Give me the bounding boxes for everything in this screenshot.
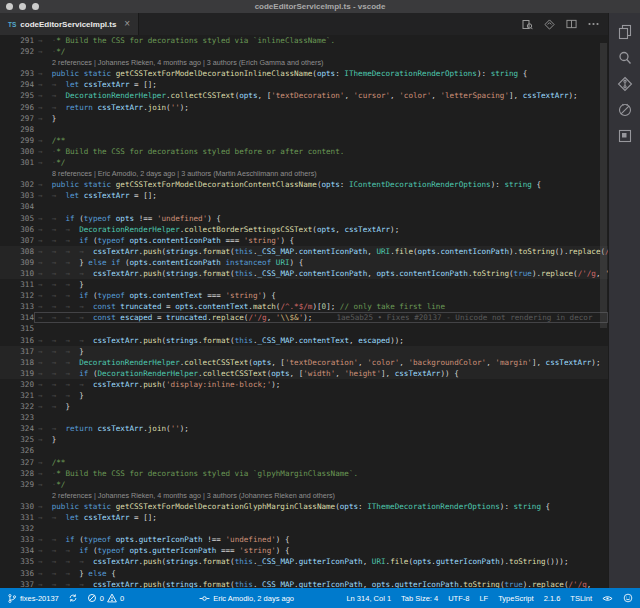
code-line[interactable]: 291→ ·* Build the CSS for decorations st…	[0, 35, 608, 46]
open-preview-button[interactable]	[522, 19, 533, 30]
code-line[interactable]: 315	[0, 323, 608, 334]
line-number[interactable]: 295	[0, 90, 34, 101]
code-line[interactable]: 330→ public static getCSSTextForModelDec…	[0, 501, 608, 512]
cursor-position[interactable]: Ln 314, Col 1	[346, 594, 391, 603]
line-number[interactable]: 329	[0, 479, 34, 490]
line-number[interactable]: 322	[0, 401, 34, 412]
code-line[interactable]: 292→ ·*/	[0, 46, 608, 57]
code-line[interactable]: 336→ → → } else {	[0, 568, 608, 579]
code-line[interactable]: 314→ → → → const escaped = truncated.rep…	[0, 312, 608, 323]
code-line[interactable]: 321→ → → }	[0, 390, 608, 401]
code-line[interactable]: 310→ → → → cssTextArr.push(strings.forma…	[0, 268, 608, 279]
code-line[interactable]: 335→ → → → cssTextArr.push(strings.forma…	[0, 556, 608, 567]
line-number[interactable]: 317	[0, 346, 34, 357]
line-number[interactable]: 309	[0, 257, 34, 268]
line-number[interactable]: 327	[0, 457, 34, 468]
line-number[interactable]: 320	[0, 379, 34, 390]
code-line[interactable]: 307→ → → if (typeof opts.contentIconPath…	[0, 235, 608, 246]
line-number[interactable]: 313	[0, 301, 34, 312]
code-line[interactable]: 319→ → → if (DecorationRenderHelper.coll…	[0, 368, 608, 379]
gitlens-blame-status[interactable]: Eric Amodio, 2 days ago	[199, 594, 294, 603]
problems-status[interactable]: 0 0	[87, 593, 124, 603]
sidebar-item-source-control[interactable]	[617, 76, 633, 92]
line-number[interactable]: 315	[0, 323, 34, 334]
line-number[interactable]: 326	[0, 445, 34, 456]
code-line[interactable]: 293→ public static getCSSTextForModelDec…	[0, 68, 608, 79]
code-line[interactable]: 331→ → let cssTextArr = [];	[0, 512, 608, 523]
codelens-label[interactable]: 2 references | Johannes Rieken, 4 months…	[38, 491, 335, 500]
code-line[interactable]: 308→ → → → cssTextArr.push(strings.forma…	[0, 246, 608, 257]
codelens-label[interactable]: 2 references | Johannes Rieken, 4 months…	[38, 58, 323, 67]
line-number[interactable]: 296	[0, 102, 34, 113]
line-number[interactable]: 308	[0, 246, 34, 257]
zoom-window-button[interactable]	[32, 3, 39, 10]
line-number[interactable]: 312	[0, 290, 34, 301]
code-line[interactable]: 295→ → DecorationRenderHelper.collectCSS…	[0, 90, 608, 101]
language-mode[interactable]: TypeScript	[498, 594, 533, 603]
line-number[interactable]: 334	[0, 545, 34, 556]
gitlens-toggle-button[interactable]	[544, 19, 555, 30]
code-line[interactable]: 316→ → → → cssTextArr.push(strings.forma…	[0, 335, 608, 346]
sidebar-item-search[interactable]	[617, 50, 633, 66]
line-number[interactable]: 303	[0, 190, 34, 201]
line-number[interactable]: 319	[0, 368, 34, 379]
codelens-row[interactable]: 2 references | Johannes Rieken, 4 months…	[0, 490, 608, 501]
code-line[interactable]: 337→ → → → cssTextArr.push(strings.forma…	[0, 579, 608, 588]
line-number[interactable]: 297	[0, 113, 34, 124]
feedback-status[interactable]	[623, 593, 633, 603]
code-line[interactable]: 326	[0, 445, 608, 456]
line-number[interactable]: 318	[0, 357, 34, 368]
close-window-button[interactable]	[6, 3, 13, 10]
line-number[interactable]: 307	[0, 235, 34, 246]
tslint-status[interactable]: TSLint	[570, 594, 592, 603]
code-line[interactable]: 299→ /**	[0, 135, 608, 146]
line-number[interactable]: 292	[0, 46, 34, 57]
code-line[interactable]: 312→ → → if (typeof opts.contentText ===…	[0, 290, 608, 301]
code-line[interactable]: 309→ → → } else if (opts.contentIconPath…	[0, 257, 608, 268]
line-number[interactable]: 299	[0, 135, 34, 146]
line-number[interactable]: 302	[0, 179, 34, 190]
line-number[interactable]: 332	[0, 523, 34, 534]
line-number[interactable]: 323	[0, 412, 34, 423]
line-number[interactable]: 311	[0, 279, 34, 290]
code-line[interactable]: 332	[0, 523, 608, 534]
line-number[interactable]: 314	[0, 312, 34, 323]
codelens-row[interactable]: 2 references | Johannes Rieken, 4 months…	[0, 57, 608, 68]
line-number[interactable]: 301	[0, 157, 34, 168]
code-line[interactable]: 317→ → → }	[0, 346, 608, 357]
gitlens-toggle-status[interactable]	[602, 594, 613, 603]
line-number[interactable]: 328	[0, 468, 34, 479]
line-number[interactable]: 325	[0, 434, 34, 445]
code-line[interactable]: 304	[0, 201, 608, 212]
line-number[interactable]: 331	[0, 512, 34, 523]
code-line[interactable]: 298	[0, 124, 608, 135]
editor[interactable]: 291→ ·* Build the CSS for decorations st…	[0, 35, 608, 588]
typescript-version[interactable]: 2.1.6	[544, 594, 561, 603]
line-number[interactable]: 337	[0, 579, 34, 588]
line-number[interactable]: 316	[0, 335, 34, 346]
code-line[interactable]: 323	[0, 412, 608, 423]
line-number[interactable]: 291	[0, 35, 34, 46]
split-editor-button[interactable]	[566, 19, 577, 29]
code-line[interactable]: 328→ ·* Build the CSS for decorations st…	[0, 468, 608, 479]
code-line[interactable]: 306→ → → DecorationRenderHelper.collectB…	[0, 224, 608, 235]
close-tab-icon[interactable]: ×	[124, 19, 130, 29]
code-line[interactable]: 324→ → return cssTextArr.join('');	[0, 423, 608, 434]
scrollbar-slider[interactable]	[600, 43, 607, 328]
line-number[interactable]: 321	[0, 390, 34, 401]
line-number[interactable]: 300	[0, 146, 34, 157]
line-number[interactable]: 305	[0, 213, 34, 224]
sidebar-item-explorer[interactable]	[617, 24, 633, 40]
line-number[interactable]: 324	[0, 423, 34, 434]
code-line[interactable]: 329→ ·*/	[0, 479, 608, 490]
more-actions-button[interactable]	[588, 22, 599, 26]
code-line[interactable]: 311→ → → }	[0, 279, 608, 290]
line-number[interactable]: 306	[0, 224, 34, 235]
line-number[interactable]: 330	[0, 501, 34, 512]
line-number[interactable]: 336	[0, 568, 34, 579]
code-line[interactable]: 303→ → let cssTextArr = [];	[0, 190, 608, 201]
code-line[interactable]: 333→ → if (typeof opts.gutterIconPath !=…	[0, 534, 608, 545]
git-branch-status[interactable]: fixes-20137	[7, 593, 59, 604]
codelens-label[interactable]: 8 references | Eric Amodio, 2 days ago |…	[38, 169, 317, 178]
indentation-setting[interactable]: Tab Size: 4	[401, 594, 438, 603]
